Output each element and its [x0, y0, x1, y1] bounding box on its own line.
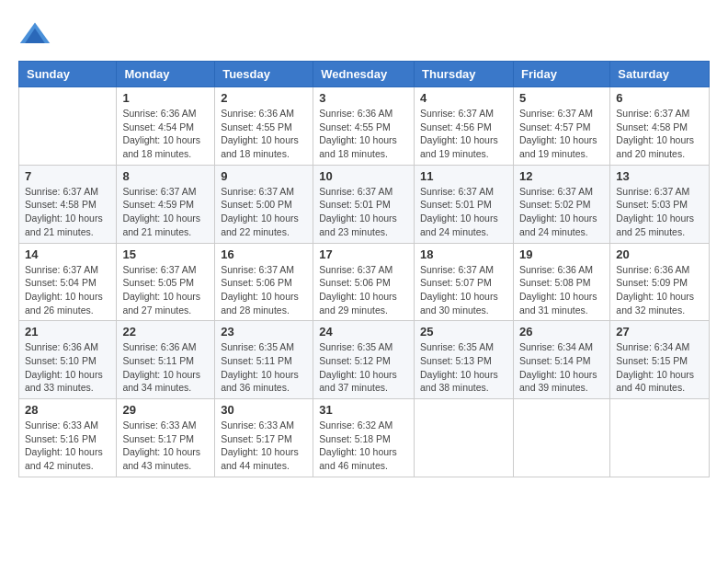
day-number: 6	[616, 91, 703, 105]
day-number: 1	[122, 91, 209, 105]
day-number: 29	[122, 403, 209, 417]
day-number: 9	[221, 169, 307, 183]
calendar-day-cell: 18Sunrise: 6:37 AM Sunset: 5:07 PM Dayli…	[415, 243, 514, 321]
calendar-day-cell: 21Sunrise: 6:36 AM Sunset: 5:10 PM Dayli…	[19, 321, 117, 399]
calendar-day-header: Tuesday	[215, 62, 313, 87]
day-number: 10	[319, 169, 408, 183]
day-number: 5	[519, 91, 604, 105]
day-info: Sunrise: 6:37 AM Sunset: 5:01 PM Dayligh…	[420, 185, 507, 239]
calendar-day-cell: 8Sunrise: 6:37 AM Sunset: 4:59 PM Daylig…	[117, 165, 215, 243]
calendar-day-cell: 6Sunrise: 6:37 AM Sunset: 4:58 PM Daylig…	[610, 87, 710, 166]
day-info: Sunrise: 6:37 AM Sunset: 5:06 PM Dayligh…	[221, 263, 307, 317]
day-number: 31	[319, 403, 408, 417]
day-info: Sunrise: 6:37 AM Sunset: 4:57 PM Dayligh…	[519, 107, 604, 161]
day-number: 21	[25, 325, 110, 339]
calendar-day-cell: 25Sunrise: 6:35 AM Sunset: 5:13 PM Dayli…	[415, 321, 514, 399]
day-info: Sunrise: 6:37 AM Sunset: 5:06 PM Dayligh…	[319, 263, 408, 317]
day-info: Sunrise: 6:36 AM Sunset: 4:54 PM Dayligh…	[122, 107, 209, 161]
day-number: 20	[616, 247, 703, 261]
day-info: Sunrise: 6:37 AM Sunset: 5:00 PM Dayligh…	[221, 185, 307, 239]
calendar-day-cell: 24Sunrise: 6:35 AM Sunset: 5:12 PM Dayli…	[313, 321, 415, 399]
day-info: Sunrise: 6:35 AM Sunset: 5:11 PM Dayligh…	[221, 340, 307, 395]
calendar-day-header: Wednesday	[313, 62, 415, 87]
day-info: Sunrise: 6:34 AM Sunset: 5:15 PM Dayligh…	[616, 340, 703, 395]
day-number: 8	[122, 169, 209, 183]
day-number: 17	[319, 247, 408, 261]
day-info: Sunrise: 6:37 AM Sunset: 4:59 PM Dayligh…	[122, 185, 209, 239]
calendar-day-header: Thursday	[415, 62, 514, 87]
day-number: 13	[616, 169, 703, 183]
day-info: Sunrise: 6:36 AM Sunset: 5:11 PM Dayligh…	[122, 340, 209, 395]
day-info: Sunrise: 6:37 AM Sunset: 5:02 PM Dayligh…	[519, 185, 604, 239]
calendar-day-cell: 27Sunrise: 6:34 AM Sunset: 5:15 PM Dayli…	[610, 321, 710, 399]
day-info: Sunrise: 6:33 AM Sunset: 5:17 PM Dayligh…	[122, 419, 209, 473]
day-number: 14	[25, 247, 110, 261]
day-number: 12	[519, 169, 604, 183]
day-number: 25	[420, 325, 507, 339]
day-info: Sunrise: 6:36 AM Sunset: 5:09 PM Dayligh…	[616, 263, 703, 317]
day-number: 22	[122, 325, 209, 339]
calendar-day-cell: 7Sunrise: 6:37 AM Sunset: 4:58 PM Daylig…	[19, 165, 117, 243]
calendar-day-header: Saturday	[610, 62, 710, 87]
day-number: 27	[616, 325, 703, 339]
calendar-day-cell: 2Sunrise: 6:36 AM Sunset: 4:55 PM Daylig…	[215, 87, 313, 166]
calendar-day-cell	[415, 399, 514, 477]
day-info: Sunrise: 6:35 AM Sunset: 5:13 PM Dayligh…	[420, 340, 507, 395]
calendar-day-cell	[513, 399, 609, 477]
calendar-day-cell: 17Sunrise: 6:37 AM Sunset: 5:06 PM Dayli…	[313, 243, 415, 321]
day-info: Sunrise: 6:36 AM Sunset: 4:55 PM Dayligh…	[221, 107, 307, 161]
calendar-day-cell: 19Sunrise: 6:36 AM Sunset: 5:08 PM Dayli…	[513, 243, 609, 321]
day-info: Sunrise: 6:37 AM Sunset: 5:05 PM Dayligh…	[122, 263, 209, 317]
day-info: Sunrise: 6:33 AM Sunset: 5:17 PM Dayligh…	[221, 419, 307, 473]
day-info: Sunrise: 6:37 AM Sunset: 4:56 PM Dayligh…	[420, 107, 507, 161]
calendar-day-cell: 16Sunrise: 6:37 AM Sunset: 5:06 PM Dayli…	[215, 243, 313, 321]
day-info: Sunrise: 6:34 AM Sunset: 5:14 PM Dayligh…	[519, 340, 604, 395]
day-info: Sunrise: 6:36 AM Sunset: 5:08 PM Dayligh…	[519, 263, 604, 317]
calendar-header-row: SundayMondayTuesdayWednesdayThursdayFrid…	[19, 62, 710, 87]
calendar-day-cell: 12Sunrise: 6:37 AM Sunset: 5:02 PM Dayli…	[513, 165, 609, 243]
calendar-day-cell: 31Sunrise: 6:32 AM Sunset: 5:18 PM Dayli…	[313, 399, 415, 477]
day-number: 11	[420, 169, 507, 183]
calendar-day-cell: 20Sunrise: 6:36 AM Sunset: 5:09 PM Dayli…	[610, 243, 710, 321]
calendar-day-cell: 4Sunrise: 6:37 AM Sunset: 4:56 PM Daylig…	[415, 87, 514, 166]
day-number: 19	[519, 247, 604, 261]
calendar-table: SundayMondayTuesdayWednesdayThursdayFrid…	[18, 61, 710, 477]
calendar-day-cell: 11Sunrise: 6:37 AM Sunset: 5:01 PM Dayli…	[415, 165, 514, 243]
calendar-week-row: 14Sunrise: 6:37 AM Sunset: 5:04 PM Dayli…	[19, 243, 710, 321]
calendar-day-cell: 1Sunrise: 6:36 AM Sunset: 4:54 PM Daylig…	[117, 87, 215, 166]
calendar-day-cell: 14Sunrise: 6:37 AM Sunset: 5:04 PM Dayli…	[19, 243, 117, 321]
calendar-week-row: 28Sunrise: 6:33 AM Sunset: 5:16 PM Dayli…	[19, 399, 710, 477]
day-number: 15	[122, 247, 209, 261]
calendar-day-cell: 9Sunrise: 6:37 AM Sunset: 5:00 PM Daylig…	[215, 165, 313, 243]
day-number: 18	[420, 247, 507, 261]
calendar-day-cell: 29Sunrise: 6:33 AM Sunset: 5:17 PM Dayli…	[117, 399, 215, 477]
calendar-day-cell: 28Sunrise: 6:33 AM Sunset: 5:16 PM Dayli…	[19, 399, 117, 477]
day-number: 7	[25, 169, 110, 183]
day-info: Sunrise: 6:35 AM Sunset: 5:12 PM Dayligh…	[319, 340, 408, 395]
calendar-day-cell: 13Sunrise: 6:37 AM Sunset: 5:03 PM Dayli…	[610, 165, 710, 243]
calendar-week-row: 1Sunrise: 6:36 AM Sunset: 4:54 PM Daylig…	[19, 87, 710, 166]
day-info: Sunrise: 6:37 AM Sunset: 4:58 PM Dayligh…	[616, 107, 703, 161]
day-number: 30	[221, 403, 307, 417]
day-info: Sunrise: 6:32 AM Sunset: 5:18 PM Dayligh…	[319, 419, 408, 473]
calendar-day-cell	[19, 87, 117, 166]
day-number: 26	[519, 325, 604, 339]
day-info: Sunrise: 6:37 AM Sunset: 4:58 PM Dayligh…	[25, 185, 110, 239]
calendar-day-cell: 5Sunrise: 6:37 AM Sunset: 4:57 PM Daylig…	[513, 87, 609, 166]
day-number: 4	[420, 91, 507, 105]
calendar-day-cell: 3Sunrise: 6:36 AM Sunset: 4:55 PM Daylig…	[313, 87, 415, 166]
calendar-day-cell: 23Sunrise: 6:35 AM Sunset: 5:11 PM Dayli…	[215, 321, 313, 399]
day-info: Sunrise: 6:36 AM Sunset: 5:10 PM Dayligh…	[25, 340, 110, 395]
day-info: Sunrise: 6:37 AM Sunset: 5:03 PM Dayligh…	[616, 185, 703, 239]
calendar-day-header: Sunday	[19, 62, 117, 87]
day-number: 3	[319, 91, 408, 105]
day-info: Sunrise: 6:37 AM Sunset: 5:07 PM Dayligh…	[420, 263, 507, 317]
day-info: Sunrise: 6:33 AM Sunset: 5:16 PM Dayligh…	[25, 419, 110, 473]
logo-icon	[18, 18, 51, 52]
calendar-day-cell: 26Sunrise: 6:34 AM Sunset: 5:14 PM Dayli…	[513, 321, 609, 399]
day-number: 24	[319, 325, 408, 339]
calendar-day-header: Monday	[117, 62, 215, 87]
calendar-day-cell: 30Sunrise: 6:33 AM Sunset: 5:17 PM Dayli…	[215, 399, 313, 477]
day-info: Sunrise: 6:37 AM Sunset: 5:04 PM Dayligh…	[25, 263, 110, 317]
day-number: 16	[221, 247, 307, 261]
